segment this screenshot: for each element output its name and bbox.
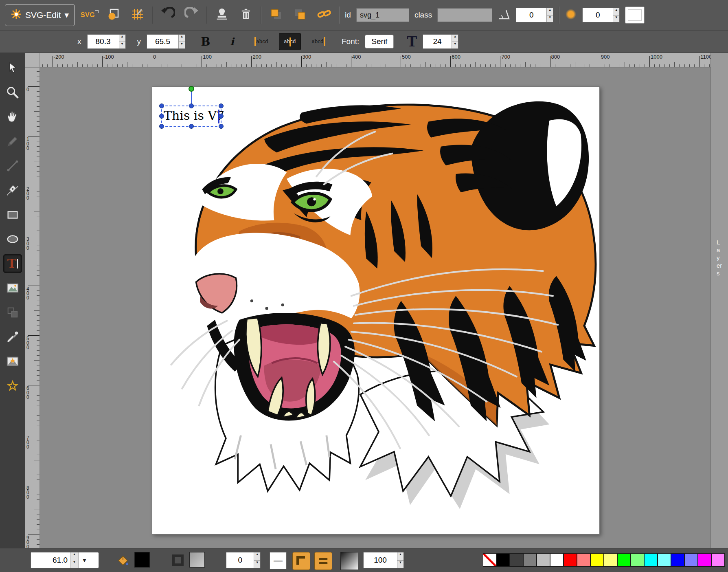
palette-swatch[interactable]	[671, 553, 684, 567]
opacity-spin-down[interactable]: ▼	[397, 561, 403, 568]
stroke-linejoin-button[interactable]	[292, 552, 310, 570]
element-class-input[interactable]	[437, 8, 492, 22]
x-spin-up[interactable]: ▲	[119, 35, 125, 42]
stroke-dash-button[interactable]: —	[270, 552, 287, 569]
palette-swatch[interactable]	[658, 553, 671, 567]
opacity-input[interactable]	[364, 552, 397, 568]
move-to-top-button[interactable]	[291, 6, 309, 24]
palette-swatch[interactable]	[617, 553, 631, 567]
editor-background-button[interactable]	[625, 7, 645, 24]
layers-panel-flap[interactable]: Layers	[710, 53, 728, 548]
editor-preferences-button[interactable]	[128, 6, 147, 24]
font-size-spin-up[interactable]: ▲	[452, 35, 458, 42]
selection-handle-w[interactable]	[159, 114, 164, 119]
tool-path-button[interactable]	[3, 181, 22, 200]
palette-swatch[interactable]	[604, 553, 617, 567]
font-size-input[interactable]	[423, 35, 452, 48]
selected-text-element[interactable]: This is V7	[164, 108, 224, 123]
y-spin-down[interactable]: ▼	[179, 42, 185, 49]
zoom-spin-down[interactable]: ▼	[70, 560, 78, 568]
clone-button[interactable]	[213, 6, 231, 24]
opacity-spin-up[interactable]: ▲	[397, 552, 403, 561]
palette-swatch[interactable]	[711, 553, 725, 567]
tool-pencil-button[interactable]	[3, 132, 22, 151]
tool-image-button[interactable]	[3, 279, 22, 297]
fill-color-swatch[interactable]	[134, 552, 150, 568]
stroke-color-swatch[interactable]	[189, 552, 205, 568]
tool-shape-library-button[interactable]	[3, 352, 22, 371]
angle-spin-up[interactable]: ▲	[547, 8, 553, 15]
stroke-width-spin-up[interactable]: ▲	[254, 552, 260, 561]
palette-swatch[interactable]	[684, 553, 698, 567]
rotation-handle[interactable]	[189, 86, 194, 92]
ruler-tick	[37, 126, 39, 127]
palette-swatch[interactable]	[496, 553, 510, 567]
zoom-spin-up[interactable]: ▲	[70, 552, 78, 560]
move-to-bottom-button[interactable]	[267, 6, 285, 24]
tool-text-button[interactable]: T	[3, 254, 22, 273]
stroke-width-input[interactable]	[226, 552, 254, 568]
italic-button[interactable]: i	[225, 36, 239, 48]
text-anchor-start-button[interactable]: abcd	[251, 33, 273, 50]
font-family-button[interactable]: Serif	[365, 35, 394, 48]
font-size-spin-down[interactable]: ▼	[452, 42, 458, 49]
svg-canvas-page[interactable]: This is V7	[152, 86, 600, 535]
stroke-width-spin-down[interactable]: ▼	[254, 561, 260, 568]
angle-input[interactable]	[516, 8, 546, 22]
palette-swatch[interactable]	[644, 553, 658, 567]
tool-eyedropper-button[interactable]	[3, 328, 22, 346]
tool-zoom-button[interactable]	[3, 83, 22, 102]
selection-handle-sw[interactable]	[159, 124, 164, 129]
palette-swatch[interactable]	[631, 553, 644, 567]
selection-handle-se[interactable]	[219, 124, 224, 129]
zoom-input[interactable]	[31, 552, 70, 568]
tool-pan-button[interactable]	[3, 108, 22, 126]
selection-box[interactable]: This is V7	[161, 106, 221, 127]
zoom-dropdown-caret[interactable]: ▼	[78, 552, 90, 568]
document-properties-button[interactable]	[104, 6, 123, 24]
ruler-tick	[37, 71, 39, 72]
redo-button[interactable]	[182, 6, 201, 24]
blur-input[interactable]	[583, 8, 613, 22]
blur-spin-down[interactable]: ▼	[613, 15, 619, 22]
delete-button[interactable]	[237, 6, 255, 24]
palette-swatch[interactable]	[698, 553, 711, 567]
selection-handle-e[interactable]	[219, 114, 224, 119]
stroke-linecap-button[interactable]	[314, 552, 332, 570]
make-link-button[interactable]	[315, 6, 333, 24]
bold-button[interactable]: B	[197, 35, 214, 48]
element-id-input[interactable]	[356, 8, 409, 22]
palette-swatch[interactable]	[577, 553, 590, 567]
tool-line-button[interactable]	[3, 156, 22, 175]
selection-handle-nw[interactable]	[159, 103, 164, 108]
selection-handle-ne[interactable]	[219, 103, 224, 108]
selection-handle-n[interactable]	[189, 103, 194, 108]
text-anchor-end-button[interactable]: abcd	[307, 33, 329, 50]
palette-swatch[interactable]	[590, 553, 604, 567]
tool-ellipse-button[interactable]	[3, 230, 22, 249]
ruler-tick	[237, 64, 237, 67]
svg-source-button[interactable]: SVG	[80, 6, 99, 24]
undo-button[interactable]	[158, 6, 177, 24]
y-input[interactable]	[147, 35, 178, 48]
main-menu-button[interactable]: SVG-Edit ▾	[5, 4, 75, 26]
selection-handle-s[interactable]	[189, 124, 194, 129]
text-anchor-middle-button[interactable]: abcd	[279, 33, 301, 50]
palette-swatch[interactable]	[483, 553, 496, 567]
y-spin-up[interactable]: ▲	[179, 35, 185, 42]
palette-swatch[interactable]	[564, 553, 577, 567]
tool-clone-button[interactable]	[3, 303, 22, 322]
angle-spin-down[interactable]: ▼	[547, 15, 553, 22]
palette-swatch[interactable]	[510, 553, 523, 567]
tool-select-button[interactable]	[3, 59, 22, 77]
canvas-workspace[interactable]: This is V7	[40, 68, 710, 548]
x-input[interactable]	[88, 35, 119, 48]
palette-swatch[interactable]	[523, 553, 537, 567]
tool-star-button[interactable]	[3, 376, 22, 395]
tool-rect-button[interactable]	[3, 205, 22, 224]
palette-swatch[interactable]	[550, 553, 564, 567]
blur-spin-up[interactable]: ▲	[613, 8, 619, 15]
x-spin-down[interactable]: ▼	[119, 42, 125, 49]
palette-swatch[interactable]	[537, 553, 550, 567]
opacity-gradient-swatch[interactable]	[340, 552, 358, 570]
